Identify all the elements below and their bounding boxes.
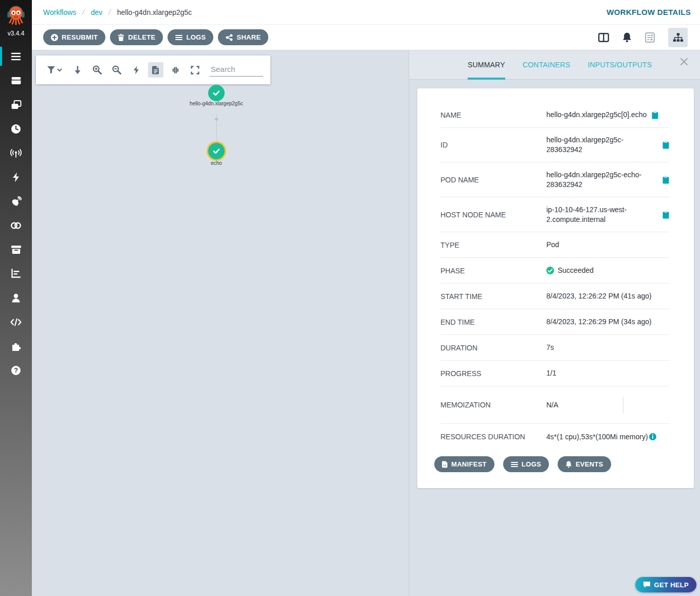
sidebar-item-cron-workflows[interactable] (0, 117, 32, 141)
breadcrumb-namespace[interactable]: dev (91, 8, 103, 16)
row-value: ip-10-10-46-127.us-west-2.compute.intern… (546, 205, 657, 225)
archive-box-icon (11, 245, 22, 254)
sidebar-item-sensors[interactable] (0, 189, 32, 213)
graph-search (210, 63, 263, 77)
sidebar-item-plugins[interactable] (0, 334, 32, 358)
bars-icon (175, 34, 182, 41)
window-icon (11, 76, 22, 86)
phase-badge: Succeeded (546, 266, 594, 275)
file-icon (442, 461, 448, 468)
sidebar-item-archive[interactable] (0, 237, 32, 262)
row-value: 4s*(1 cpu),53s*(100Mi memory) (546, 432, 648, 442)
sidebar-item-reports[interactable] (0, 262, 32, 286)
argo-logo[interactable]: v3.4.4 (5, 0, 27, 41)
table-row: NAME hello-g4dn.xlargep2g5c[0].echo (440, 102, 669, 128)
zoom-out-icon[interactable] (109, 62, 124, 78)
bolt-icon (11, 172, 21, 182)
events-button[interactable]: EVENTS (558, 456, 611, 472)
sidebar: v3.4.4 (0, 0, 32, 596)
app-version: v3.4.4 (5, 30, 27, 41)
row-value: 7s (546, 343, 554, 352)
sidebar-item-archived-workflows[interactable] (0, 213, 32, 237)
table-row: TYPE Pod (440, 232, 669, 258)
node-detail-tool-icon[interactable] (148, 62, 163, 78)
table-row: PROGRESS 1/1 (440, 361, 669, 386)
sidebar-item-workflow-templates[interactable] (0, 68, 32, 92)
page-title: WORKFLOW DETAILS (606, 8, 691, 16)
trash-icon (118, 34, 124, 41)
row-value: 1/1 (546, 368, 556, 378)
logs-detail-button[interactable]: LOGS (503, 456, 549, 472)
row-value: 8/4/2023, 12:26:29 PM (34s ago) (546, 317, 652, 327)
copy-icon[interactable] (652, 111, 658, 119)
tab-summary[interactable]: SUMMARY (468, 50, 505, 79)
sidebar-item-event-sources[interactable] (0, 165, 32, 189)
row-value: hello-g4dn.xlargep2g5c-echo-283632942 (546, 170, 657, 190)
table-row: DURATION 7s (440, 335, 669, 361)
breadcrumb-separator: / (81, 8, 85, 17)
tab-containers[interactable]: CONTAINERS (523, 50, 570, 79)
clock-icon (11, 124, 21, 134)
copy-icon[interactable] (662, 176, 669, 184)
header-icon-group (598, 28, 688, 47)
zoom-in-icon[interactable] (89, 62, 105, 78)
row-value: hello-g4dn.xlargep2g5c-283632942 (546, 135, 657, 155)
check-icon (211, 146, 222, 156)
close-icon[interactable] (680, 58, 688, 67)
breadcrumb-workflows[interactable]: Workflows (43, 8, 76, 16)
sidebar-item-user[interactable] (0, 286, 32, 310)
expand-icon[interactable] (187, 62, 202, 78)
check-icon (211, 88, 222, 98)
arrow-down-icon[interactable] (70, 62, 85, 78)
bolt-tool-icon[interactable] (128, 62, 144, 78)
sitemap-view-icon[interactable] (668, 28, 688, 47)
report-widget-icon[interactable] (645, 32, 655, 43)
main-content: hello-g4dn.xlargep2g5c echo SUMMARY CONT… (32, 50, 700, 596)
search-input[interactable] (210, 63, 263, 77)
graph-toolbar (36, 55, 270, 84)
memoization-cell-divider (623, 397, 623, 413)
bars-icon (511, 461, 518, 468)
tab-inputs-outputs[interactable]: INPUTS/OUTPUTS (587, 50, 652, 79)
breadcrumb-row: Workflows / dev / hello-g4dn.xlargep2g5c… (32, 0, 700, 25)
sidebar-item-workflows[interactable] (0, 44, 32, 68)
sidebar-item-cluster-workflow-templates[interactable] (0, 92, 32, 117)
satellite-dish-icon (11, 196, 22, 207)
row-value: N/A (546, 400, 558, 410)
broadcast-tower-icon (10, 148, 22, 158)
get-help-button[interactable]: GET HELP (635, 577, 696, 592)
manifest-button[interactable]: MANIFEST (434, 456, 494, 472)
filter-icon[interactable] (43, 62, 66, 78)
sidebar-nav: ? (0, 44, 32, 382)
table-row-memoization: MEMOIZATION N/A (440, 386, 669, 424)
logs-button[interactable]: LOGS (168, 29, 213, 45)
menu-icon (10, 51, 22, 62)
table-row: ID hello-g4dn.xlargep2g5c-283632942 (440, 128, 669, 162)
table-row: END TIME 8/4/2023, 12:26:29 PM (34s ago) (440, 309, 669, 335)
header: Workflows / dev / hello-g4dn.xlargep2g5c… (32, 0, 700, 50)
bell-icon[interactable] (622, 32, 632, 43)
puzzle-piece-icon (11, 341, 22, 351)
info-icon[interactable] (649, 433, 656, 440)
compress-icon[interactable] (168, 62, 183, 78)
copy-icon[interactable] (662, 211, 669, 219)
link-icon (10, 221, 22, 230)
copy-icon[interactable] (662, 141, 669, 149)
delete-button[interactable]: DELETE (110, 29, 163, 45)
share-button[interactable]: SHARE (218, 29, 268, 45)
summary-actions: MANIFEST LOGS EVENTS (417, 450, 694, 488)
sidebar-item-api-docs[interactable] (0, 310, 32, 334)
stacked-windows-icon (11, 100, 22, 110)
workflow-node-root[interactable] (208, 85, 225, 101)
workflow-node-echo[interactable] (208, 143, 225, 159)
sidebar-item-help[interactable]: ? (0, 358, 32, 382)
breadcrumb: Workflows / dev / hello-g4dn.xlargep2g5c (43, 8, 192, 17)
bell-icon (565, 461, 572, 468)
breadcrumb-separator: / (107, 8, 112, 17)
columns-layout-icon[interactable] (598, 33, 609, 42)
resubmit-button[interactable]: RESUBMIT (43, 29, 105, 45)
sidebar-item-event-flow[interactable] (0, 141, 32, 165)
breadcrumb-current: hello-g4dn.xlargep2g5c (117, 8, 192, 16)
code-icon (10, 318, 22, 327)
graph-edge-arrow (214, 118, 218, 121)
